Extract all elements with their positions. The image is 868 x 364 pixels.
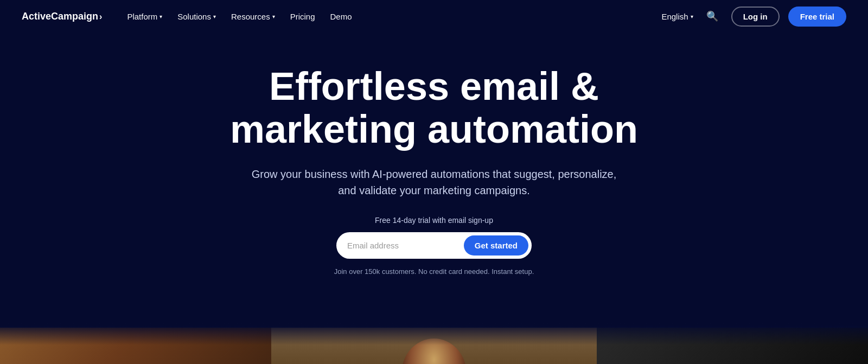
chevron-down-icon: ▾ — [159, 14, 162, 20]
nav-item-solutions[interactable]: Solutions ▾ — [172, 8, 221, 25]
get-started-button[interactable]: Get started — [464, 235, 528, 256]
email-input[interactable] — [347, 241, 464, 250]
nav-left: ActiveCampaign› Platform ▾ Solutions ▾ R… — [22, 8, 358, 25]
nav-label-demo: Demo — [330, 12, 352, 21]
search-icon: 🔍 — [706, 11, 718, 22]
chevron-down-icon: ▾ — [691, 14, 693, 20]
free-trial-button[interactable]: Free trial — [788, 7, 846, 27]
navbar: ActiveCampaign› Platform ▾ Solutions ▾ R… — [0, 0, 868, 33]
hero-image-area — [0, 323, 868, 364]
logo[interactable]: ActiveCampaign› — [22, 11, 102, 22]
logo-text: ActiveCampaign — [22, 11, 98, 22]
language-label: English — [661, 12, 688, 21]
nav-item-pricing[interactable]: Pricing — [285, 8, 321, 25]
nav-right: English ▾ 🔍 Log in Free trial — [661, 7, 846, 27]
email-form: Get started — [336, 232, 532, 259]
nav-links: Platform ▾ Solutions ▾ Resources ▾ Prici… — [122, 8, 357, 25]
language-selector[interactable]: English ▾ — [661, 12, 693, 21]
social-proof: Join over 150k customers. No credit card… — [334, 267, 534, 276]
chevron-down-icon: ▾ — [272, 14, 275, 20]
hero-title: Effortless email & marketing automation — [190, 65, 678, 151]
nav-item-demo[interactable]: Demo — [325, 8, 358, 25]
nav-item-platform[interactable]: Platform ▾ — [122, 8, 168, 25]
search-button[interactable]: 🔍 — [702, 8, 723, 24]
login-button[interactable]: Log in — [731, 7, 780, 27]
nav-label-pricing: Pricing — [290, 12, 315, 21]
nav-item-resources[interactable]: Resources ▾ — [226, 8, 280, 25]
logo-arrow: › — [99, 12, 102, 21]
hero-subtitle: Grow your business with AI-powered autom… — [250, 166, 618, 199]
hero-section: Effortless email & marketing automation … — [0, 33, 868, 323]
trial-label: Free 14-day trial with email sign-up — [375, 216, 493, 225]
nav-label-solutions: Solutions — [177, 12, 211, 21]
nav-label-resources: Resources — [231, 12, 270, 21]
fade-overlay — [0, 323, 868, 345]
chevron-down-icon: ▾ — [213, 14, 216, 20]
nav-label-platform: Platform — [127, 12, 157, 21]
